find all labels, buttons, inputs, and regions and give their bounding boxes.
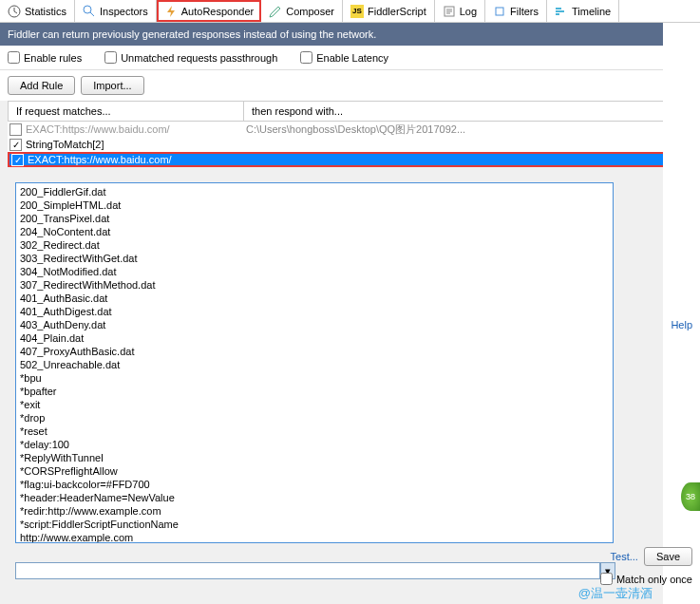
rule-respond-text: C:\Users\hongboss\Desktop\QQ图片2017092... xyxy=(246,123,465,137)
dropdown-item[interactable]: *ReplyWithTunnel xyxy=(20,451,609,464)
response-dropdown-list[interactable]: 200_FiddlerGif.dat200_SimpleHTML.dat200_… xyxy=(15,182,614,543)
rules-header: If request matches... then respond with.… xyxy=(8,101,692,122)
dropdown-item[interactable]: *flag:ui-backcolor=#FFD700 xyxy=(20,478,609,491)
dropdown-item[interactable]: *bpafter xyxy=(20,385,609,398)
dropdown-item[interactable]: 401_AuthBasic.dat xyxy=(20,292,609,305)
dropdown-item[interactable]: 200_FiddlerGif.dat xyxy=(20,185,609,198)
dropdown-item[interactable]: *CORSPreflightAllow xyxy=(20,464,609,478)
tab-composer[interactable]: Composer xyxy=(261,0,343,22)
col-respond-header[interactable]: then respond with... xyxy=(244,102,691,121)
tab-filters[interactable]: Filters xyxy=(485,0,547,22)
match-only-once-checkbox[interactable]: Match only once xyxy=(600,573,692,585)
filter-icon xyxy=(493,5,506,18)
svg-rect-3 xyxy=(496,8,503,15)
import-button[interactable]: Import... xyxy=(81,76,143,95)
svg-point-1 xyxy=(84,6,91,13)
js-icon: JS xyxy=(350,5,364,18)
rule-match-text: EXACT:https://www.baidu.com/ xyxy=(28,154,248,165)
clock-icon xyxy=(8,5,21,18)
rule-checkbox[interactable] xyxy=(11,154,24,166)
response-input[interactable] xyxy=(15,562,600,579)
options-row: Enable rules Unmatched requests passthro… xyxy=(0,46,700,70)
dropdown-item[interactable]: *header:HeaderName=NewValue xyxy=(20,491,609,504)
dropdown-item[interactable]: *drop xyxy=(20,411,609,425)
dropdown-item[interactable]: *exit xyxy=(20,398,609,411)
dropdown-item[interactable]: 302_Redirect.dat xyxy=(20,238,609,252)
tab-label: AutoResponder xyxy=(181,6,254,17)
dropdown-item[interactable]: 401_AuthDigest.dat xyxy=(20,305,609,318)
tab-autoresponder[interactable]: AutoResponder xyxy=(157,0,261,22)
tab-label: Composer xyxy=(286,6,334,17)
dropdown-item[interactable]: http://www.example.com xyxy=(20,531,609,543)
response-input-row: ▾ xyxy=(15,562,615,579)
rule-match-text: EXACT:https://www.baidu.com/ xyxy=(26,123,246,135)
dropdown-item[interactable]: 502_Unreachable.dat xyxy=(20,358,609,371)
enable-rules-checkbox[interactable]: Enable rules xyxy=(8,51,82,64)
dropdown-item[interactable]: 200_SimpleHTML.dat xyxy=(20,198,609,212)
dropdown-item[interactable]: *delay:100 xyxy=(20,438,609,451)
bottom-actions: Test... Save xyxy=(611,547,692,566)
dropdown-item[interactable]: *reset xyxy=(20,425,609,438)
save-button[interactable]: Save xyxy=(644,547,692,566)
dropdown-item[interactable]: 200_TransPixel.dat xyxy=(20,212,609,225)
dropdown-item[interactable]: 403_AuthDeny.dat xyxy=(20,318,609,331)
tab-timeline[interactable]: Timeline xyxy=(547,0,619,22)
dropdown-item[interactable]: 307_RedirectWithMethod.dat xyxy=(20,278,609,292)
dropdown-item[interactable]: *script:FiddlerScriptFunctionName xyxy=(20,518,609,531)
magnify-icon xyxy=(83,5,96,18)
tabs-bar: Statistics Inspectors AutoResponder Comp… xyxy=(0,0,700,23)
tab-label: Filters xyxy=(510,6,539,17)
dropdown-item[interactable]: 404_Plain.dat xyxy=(20,331,609,345)
col-match-header[interactable]: If request matches... xyxy=(9,102,244,121)
rules-list: EXACT:https://www.baidu.com/ C:\Users\ho… xyxy=(8,122,692,167)
dropdown-item[interactable]: 304_NotModified.dat xyxy=(20,265,609,278)
watermark-text: @温一壶清酒 xyxy=(578,585,653,602)
tab-label: Timeline xyxy=(572,6,611,17)
rule-checkbox[interactable] xyxy=(9,123,22,136)
add-rule-button[interactable]: Add Rule xyxy=(8,76,75,95)
tab-label: FiddlerScript xyxy=(368,6,426,17)
badge-icon[interactable]: 38 xyxy=(681,482,700,511)
tab-inspectors[interactable]: Inspectors xyxy=(75,0,157,22)
help-link[interactable]: Help xyxy=(663,23,700,604)
dropdown-item[interactable]: *redir:http://www.example.com xyxy=(20,504,609,518)
rule-row[interactable]: EXACT:https://www.baidu.com/ xyxy=(8,152,692,167)
log-icon xyxy=(443,5,456,18)
info-text: Fiddler can return previously generated … xyxy=(8,28,376,40)
dropdown-item[interactable]: 204_NoContent.dat xyxy=(20,225,609,238)
dropdown-item[interactable]: 303_RedirectWithGet.dat xyxy=(20,252,609,265)
tab-statistics[interactable]: Statistics xyxy=(0,0,75,22)
test-link[interactable]: Test... xyxy=(611,551,638,562)
unmatched-passthrough-checkbox[interactable]: Unmatched requests passthrough xyxy=(104,51,277,64)
tab-log[interactable]: Log xyxy=(435,0,485,22)
rule-row[interactable]: StringToMatch[2] xyxy=(8,137,692,152)
dropdown-item[interactable]: 407_ProxyAuthBasic.dat xyxy=(20,345,609,358)
tab-label: Log xyxy=(460,6,477,17)
pencil-icon xyxy=(269,5,282,18)
tab-label: Inspectors xyxy=(100,6,148,17)
tab-fiddlerscript[interactable]: JSFiddlerScript xyxy=(343,0,435,22)
tab-label: Statistics xyxy=(25,6,66,17)
info-bar: Fiddler can return previously generated … xyxy=(0,23,700,46)
rule-checkbox[interactable] xyxy=(9,139,22,151)
rule-match-text: StringToMatch[2] xyxy=(26,139,246,150)
dropdown-item[interactable]: *bpu xyxy=(20,371,609,385)
timeline-icon xyxy=(555,5,568,18)
rule-row[interactable]: EXACT:https://www.baidu.com/ C:\Users\ho… xyxy=(8,122,692,137)
lightning-icon xyxy=(164,5,178,18)
button-row: Add Rule Import... xyxy=(0,70,700,101)
enable-latency-checkbox[interactable]: Enable Latency xyxy=(300,51,388,64)
